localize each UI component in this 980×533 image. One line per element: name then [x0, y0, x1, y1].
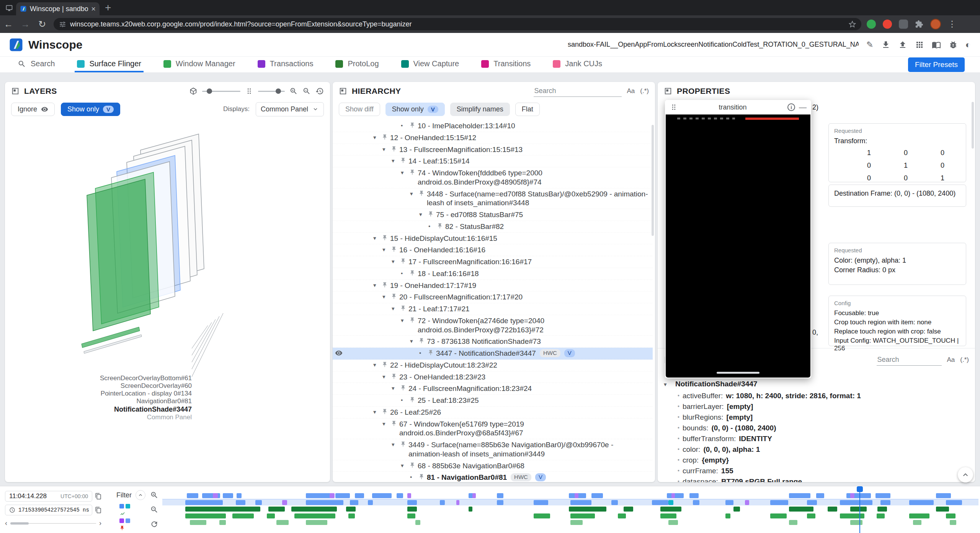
trace-event-bar[interactable] [611, 500, 618, 505]
url-text[interactable]: winscope.teams.x20web.corp.google.com/pr… [70, 20, 845, 28]
trace-tab[interactable]: View Capture [399, 57, 462, 72]
layer-label[interactable]: Common Panel [28, 414, 192, 421]
trace-event-bar[interactable] [909, 500, 934, 505]
property-item[interactable]: • activeBuffer: w: 1080, h: 2400, stride… [658, 391, 975, 401]
trace-event-bar[interactable] [276, 520, 289, 525]
timeline-mini-scrollbar[interactable]: ‹ › [5, 519, 101, 527]
trace-event-bar[interactable] [789, 520, 797, 525]
trace-event-bar[interactable] [187, 493, 198, 498]
browser-menu-icon[interactable]: ⋮ [948, 19, 956, 29]
pin-icon[interactable] [391, 246, 397, 252]
expand-toggle-icon[interactable]: ▾ [401, 317, 409, 324]
trace-event-bar[interactable] [407, 507, 417, 512]
tree-node[interactable]: ▾ 16 - OneHanded:16:16#16 [333, 244, 653, 256]
trace-event-bar[interactable] [725, 500, 733, 505]
tree-node[interactable]: • 81 - NavigationBar0#81 HWC V [333, 472, 653, 482]
pin-icon[interactable] [418, 190, 425, 196]
scroll-right-icon[interactable]: › [99, 519, 101, 527]
trace-event-bar[interactable] [232, 513, 253, 518]
tree-node[interactable]: ▾ 22 - HideDisplayCutout:18:23#22 [333, 360, 653, 371]
reload-icon[interactable]: ↻ [34, 19, 51, 29]
expand-toggle-icon[interactable]: • [401, 270, 409, 277]
layer-label[interactable]: ScreenDecorOverlayBottom#61 [28, 374, 192, 382]
tree-node[interactable]: • 10 - ImePlaceholder:13:14#10 [333, 120, 653, 132]
expand-toggle-icon[interactable]: ▾ [392, 441, 400, 448]
trace-event-bar[interactable] [267, 513, 275, 518]
zoom-in-icon[interactable] [289, 87, 298, 95]
expand-toggle-icon[interactable]: ▾ [419, 211, 428, 218]
tree-node[interactable]: ▾ 17 - FullscreenMagnification:16:16#17 [333, 256, 653, 268]
trace-event-bar[interactable] [807, 513, 815, 518]
expand-toggle-icon[interactable]: ▾ [373, 134, 382, 141]
pin-icon[interactable] [409, 397, 415, 403]
flat-toggle[interactable]: Flat [515, 103, 540, 116]
trace-event-bar[interactable] [237, 493, 242, 498]
address-bar[interactable]: winscope.teams.x20web.corp.google.com/pr… [54, 18, 861, 30]
pin-icon[interactable] [391, 420, 397, 427]
simplify-names-toggle[interactable]: Simplify names [450, 103, 510, 116]
trace-event-bar[interactable] [946, 513, 956, 518]
tree-node[interactable]: ▾ 23 - OneHanded:18:23#23 [333, 371, 653, 383]
pin-icon[interactable] [391, 146, 397, 152]
trace-event-bar[interactable] [875, 493, 890, 498]
trace-event-bar[interactable] [185, 513, 226, 518]
tree-node[interactable]: ▾ 21 - Leaf:17:17#21 [333, 303, 653, 315]
expand-toggle-icon[interactable]: • [401, 397, 409, 404]
layer-label[interactable]: ScreenDecorOverlay#60 [28, 382, 192, 390]
expand-toggle-icon[interactable]: • [401, 122, 409, 129]
match-case-icon[interactable]: Aa [947, 356, 955, 364]
back-icon[interactable]: ← [0, 19, 17, 29]
expand-toggle-icon[interactable]: ▾ [382, 293, 391, 301]
pin-icon[interactable] [400, 258, 406, 264]
trace-event-bar[interactable] [291, 507, 337, 512]
expand-toggle-icon[interactable]: ▾ [401, 462, 409, 469]
timeline-cursor[interactable] [859, 486, 860, 533]
profile-avatar[interactable] [930, 19, 941, 29]
trace-event-bar[interactable] [950, 520, 956, 525]
displays-select[interactable]: Common Panel [256, 102, 324, 116]
trace-event-bar[interactable] [828, 507, 838, 512]
pin-icon[interactable] [418, 338, 425, 344]
expand-toggle-icon[interactable]: ▾ [382, 420, 391, 428]
tree-node[interactable]: • 25 - Leaf:18:23#25 [333, 395, 653, 407]
extension-icon-1[interactable] [867, 20, 876, 29]
pin-icon[interactable] [391, 373, 397, 379]
drag-handle-icon[interactable] [670, 103, 678, 111]
trace-event-bar[interactable] [913, 520, 921, 525]
trace-event-bar[interactable] [306, 500, 343, 505]
trace-event-bar[interactable] [575, 493, 579, 498]
timestamp-ns-box[interactable]: 1715339054227572545 ns [5, 505, 92, 515]
trace-event-bar[interactable] [671, 493, 675, 498]
expand-toggle-icon[interactable]: ▾ [392, 385, 400, 392]
trace-event-bar[interactable] [348, 513, 355, 518]
apps-grid-icon[interactable] [915, 40, 924, 49]
trace-event-bar[interactable] [469, 507, 473, 512]
trace-event-bar[interactable] [946, 500, 962, 505]
tree-node[interactable]: ▾ 26 - Leaf:25#26 [333, 407, 653, 419]
3d-view-icon[interactable] [189, 87, 198, 95]
trace-tab[interactable]: Jank CUJs [550, 57, 604, 72]
trace-event-bar[interactable] [877, 513, 885, 518]
trace-event-bar[interactable] [850, 493, 854, 498]
expand-toggle-icon[interactable]: ▾ [392, 305, 400, 312]
visibility-eye-icon[interactable] [335, 349, 343, 357]
ignore-toggle[interactable]: Ignore [11, 103, 55, 116]
bug-report-icon[interactable] [949, 40, 958, 49]
pin-icon[interactable] [428, 211, 434, 217]
trace-event-bar[interactable] [456, 500, 460, 505]
pin-icon[interactable] [409, 462, 415, 468]
pin-icon[interactable] [391, 293, 397, 299]
pin-icon[interactable] [382, 409, 388, 415]
tree-node[interactable]: ▾ 67 - WindowToken{e5176f9 type=2019 and… [333, 419, 653, 440]
trace-event-bar[interactable] [693, 500, 699, 505]
trace-event-bar[interactable] [306, 493, 332, 498]
copy-icon[interactable] [95, 507, 102, 513]
trace-event-bar[interactable] [789, 493, 810, 498]
trace-event-bar[interactable] [570, 513, 595, 518]
trace-event-bar[interactable] [372, 493, 392, 498]
trace-event-bar[interactable] [909, 513, 929, 518]
trace-event-bar[interactable] [407, 513, 415, 518]
property-item[interactable]: • barrierLayer: [empty] [658, 401, 975, 412]
tree-node[interactable]: ▾ 20 - FullscreenMagnification:17:17#20 [333, 291, 653, 303]
properties-root-node[interactable]: ▾ NotificationShade#3447 [658, 378, 975, 391]
